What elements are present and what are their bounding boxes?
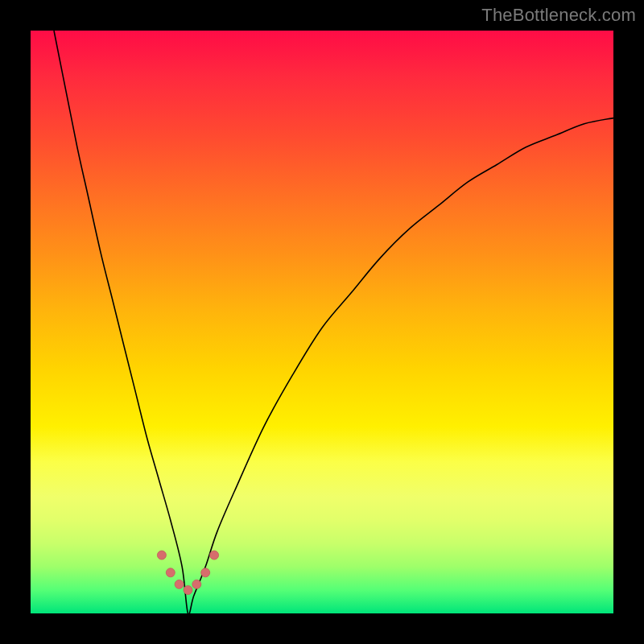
cluster-dot (210, 551, 219, 559)
cluster-dot (184, 586, 192, 595)
plot-area (31, 31, 613, 613)
cluster-dot (166, 568, 175, 577)
cluster-dot (192, 580, 201, 588)
curve-layer (31, 31, 613, 613)
cluster-dots (157, 551, 218, 594)
outer-frame: TheBottleneck.com (0, 0, 644, 644)
cluster-dot (175, 580, 184, 588)
cluster-dot (201, 568, 210, 577)
bottleneck-curve (54, 31, 613, 614)
watermark-text: TheBottleneck.com (481, 5, 636, 26)
cluster-dot (157, 551, 166, 559)
